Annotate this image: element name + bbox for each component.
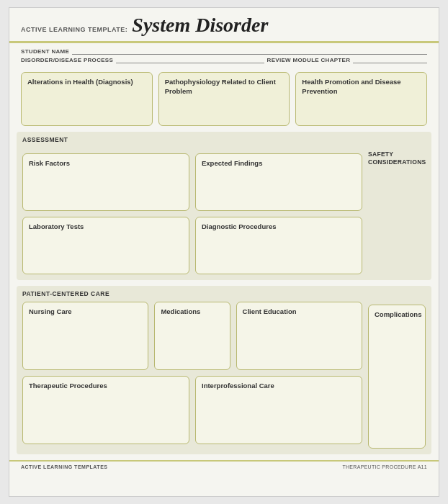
box-health-promotion: Health Promotion and Disease Prevention xyxy=(295,72,427,126)
assessment-header: ASSESSMENT xyxy=(22,136,362,143)
pcc-header: PATIENT-CENTERED CARE xyxy=(22,290,362,297)
box-pathophysiology: Pathophysiology Related to Client Proble… xyxy=(158,72,290,126)
expected-findings-label: Expected Findings xyxy=(202,159,262,167)
medications-label: Medications xyxy=(161,307,200,315)
box-alterations: Alterations in Health (Diagnosis) xyxy=(21,72,153,126)
laboratory-tests-label: Laboratory Tests xyxy=(29,222,84,230)
pcc-grid-bottom: Therapeutic Procedures Interprofessional… xyxy=(22,376,362,444)
box-laboratory-tests: Laboratory Tests xyxy=(22,217,189,274)
complications-column: Complications xyxy=(368,290,426,449)
student-name-underline xyxy=(72,48,427,55)
page: ACTIVE LEARNING TEMPLATE: System Disorde… xyxy=(9,7,439,497)
safety-box: SAFETYCONSIDERATIONS xyxy=(368,150,426,166)
assessment-grid: Risk Factors Expected Findings Laborator… xyxy=(22,153,362,274)
student-name-row: STUDENT NAME xyxy=(21,48,427,55)
box-interprofessional-care: Interprofessional Care xyxy=(195,376,362,444)
safety-label: SAFETYCONSIDERATIONS xyxy=(368,150,426,166)
box-therapeutic-procedures: Therapeutic Procedures xyxy=(22,376,189,444)
footer-left: ACTIVE LEARNING TEMPLATES xyxy=(21,464,107,469)
box-risk-factors: Risk Factors xyxy=(22,153,189,211)
box-client-education: Client Education xyxy=(236,302,362,370)
client-education-label: Client Education xyxy=(243,307,297,315)
top-boxes: Alterations in Health (Diagnosis) Pathop… xyxy=(9,66,439,132)
assessment-left: ASSESSMENT Risk Factors Expected Finding… xyxy=(22,136,362,274)
complications-label: Complications xyxy=(375,310,421,318)
pcc-section: PATIENT-CENTERED CARE Nursing Care Medic… xyxy=(17,286,431,454)
header: ACTIVE LEARNING TEMPLATE: System Disorde… xyxy=(9,8,439,43)
footer-right: THERAPEUTIC PROCEDURE A11 xyxy=(342,464,427,469)
info-row: STUDENT NAME DISORDER/DISEASE PROCESS RE… xyxy=(9,43,439,66)
box-diagnostic-procedures: Diagnostic Procedures xyxy=(195,217,362,274)
risk-factors-label: Risk Factors xyxy=(29,159,70,167)
disorder-underline xyxy=(116,56,264,63)
review-underline xyxy=(353,56,427,63)
interprofessional-care-label: Interprofessional Care xyxy=(202,382,274,390)
box-health-promotion-label: Health Promotion and Disease Prevention xyxy=(302,78,400,95)
student-name-label: STUDENT NAME xyxy=(21,48,69,55)
pcc-main: PATIENT-CENTERED CARE Nursing Care Medic… xyxy=(22,290,362,449)
footer: ACTIVE LEARNING TEMPLATES THERAPEUTIC PR… xyxy=(9,460,439,472)
header-title: System Disorder xyxy=(132,14,268,37)
nursing-care-label: Nursing Care xyxy=(29,307,72,315)
safety-column: SAFETYCONSIDERATIONS xyxy=(368,136,426,274)
complications-box: Complications xyxy=(368,305,426,449)
assessment-main: ASSESSMENT Risk Factors Expected Finding… xyxy=(22,136,426,274)
disorder-row: DISORDER/DISEASE PROCESS REVIEW MODULE C… xyxy=(21,56,427,63)
box-pathophysiology-label: Pathophysiology Related to Client Proble… xyxy=(165,78,276,95)
box-nursing-care: Nursing Care xyxy=(22,302,148,370)
disorder-label: DISORDER/DISEASE PROCESS xyxy=(21,57,113,63)
box-alterations-label: Alterations in Health (Diagnosis) xyxy=(27,78,133,86)
therapeutic-procedures-label: Therapeutic Procedures xyxy=(29,382,107,390)
diagnostic-procedures-label: Diagnostic Procedures xyxy=(202,222,276,230)
pcc-grid-top: Nursing Care Medications Client Educatio… xyxy=(22,302,362,370)
header-label: ACTIVE LEARNING TEMPLATE: xyxy=(21,26,127,33)
review-label: REVIEW MODULE CHAPTER xyxy=(267,57,351,63)
assessment-section: ASSESSMENT Risk Factors Expected Finding… xyxy=(17,132,431,280)
box-expected-findings: Expected Findings xyxy=(195,153,362,211)
box-medications: Medications xyxy=(154,302,230,370)
